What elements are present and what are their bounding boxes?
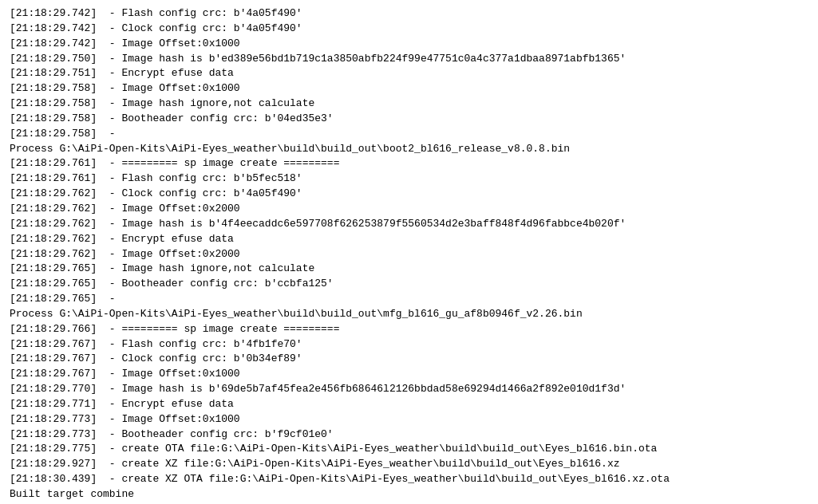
terminal-line: [21:18:29.742] - Clock config crc: b'4a0… (10, 22, 808, 37)
terminal-line: [21:18:29.742] - Image Offset:0x1000 (10, 37, 808, 52)
terminal-line: Process G:\AiPi-Open-Kits\AiPi-Eyes_weat… (10, 307, 808, 322)
terminal-line: Built target combine (10, 487, 808, 502)
terminal-line: [21:18:29.751] - Encrypt efuse data (10, 66, 808, 81)
terminal-line: [21:18:29.770] - Image hash is b'69de5b7… (10, 382, 808, 397)
terminal-line: [21:18:29.761] - Flash config crc: b'b5f… (10, 171, 808, 187)
terminal-line: [21:18:29.773] - Image Offset:0x1000 (10, 412, 808, 427)
terminal-line: [21:18:29.765] - (10, 292, 808, 307)
terminal-line: [21:18:29.765] - Image hash ignore,not c… (10, 262, 808, 277)
terminal-line: [21:18:29.762] - Encrypt efuse data (10, 232, 808, 247)
terminal-line: [21:18:29.762] - Image hash is b'4f4eeca… (10, 217, 808, 232)
terminal-line: [21:18:29.762] - Clock config crc: b'4a0… (10, 187, 808, 202)
terminal-line: Process G:\AiPi-Open-Kits\AiPi-Eyes_weat… (10, 142, 808, 157)
terminal-line: [21:18:29.762] - Image Offset:0x2000 (10, 247, 808, 262)
terminal-line: [21:18:29.762] - Image Offset:0x2000 (10, 202, 808, 217)
terminal-line: [21:18:29.765] - Bootheader config crc: … (10, 277, 808, 292)
terminal-line: [21:18:29.767] - Flash config crc: b'4fb… (10, 337, 808, 352)
terminal-line: [21:18:29.775] - create OTA file:G:\AiPi… (10, 442, 808, 457)
terminal-line: [21:18:29.767] - Clock config crc: b'0b3… (10, 352, 808, 367)
terminal-line: [21:18:29.750] - Image hash is b'ed389e5… (10, 52, 808, 67)
terminal-line: [21:18:29.771] - Encrypt efuse data (10, 397, 808, 412)
terminal-line: [21:18:29.758] - Image Offset:0x1000 (10, 81, 808, 96)
terminal-line: [21:18:29.767] - Image Offset:0x1000 (10, 367, 808, 382)
terminal-line: [21:18:29.766] - ========= sp image crea… (10, 322, 808, 337)
terminal-line: [21:18:29.761] - ========= sp image crea… (10, 156, 808, 171)
terminal-line: [21:18:29.758] - (10, 127, 808, 142)
terminal-line: [21:18:29.773] - Bootheader config crc: … (10, 427, 808, 443)
terminal-window[interactable]: [21:18:29.742] - Flash config crc: b'4a0… (0, 0, 818, 504)
terminal-line: [21:18:29.927] - create XZ file:G:\AiPi-… (10, 457, 808, 472)
terminal-line: [21:18:29.758] - Bootheader config crc: … (10, 112, 808, 127)
terminal-line: [21:18:30.439] - create XZ OTA file:G:\A… (10, 472, 808, 487)
terminal-line: [21:18:29.742] - Flash config crc: b'4a0… (10, 6, 808, 22)
terminal-line: [21:18:29.758] - Image hash ignore,not c… (10, 96, 808, 112)
